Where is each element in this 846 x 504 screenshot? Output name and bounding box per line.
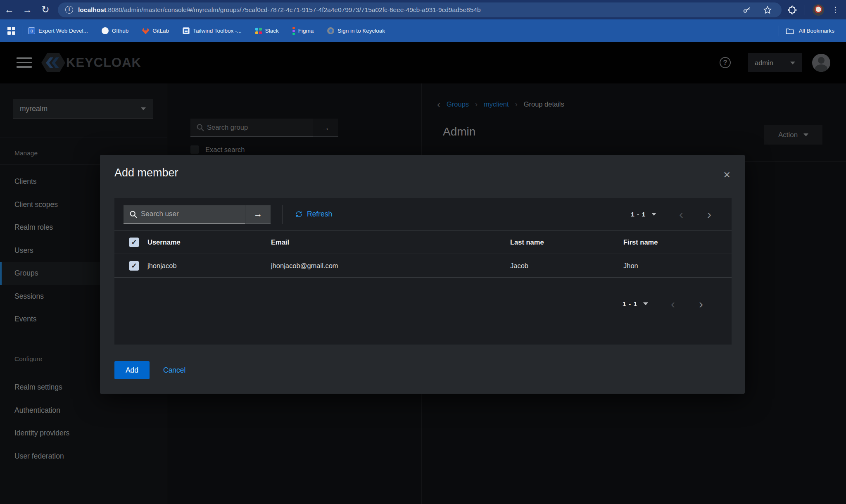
user-search: →	[124, 205, 271, 223]
column-header-email[interactable]: Email	[271, 238, 510, 246]
pagination-menu-icon[interactable]	[651, 213, 656, 216]
modal-table-panel: → Refresh 1 - 1 ‹	[114, 198, 732, 345]
slack-favicon	[255, 28, 262, 34]
bookmark-expert-web-dev[interactable]: ⟨⟩ Expert Web Devel...	[28, 27, 88, 34]
close-icon[interactable]: ✕	[723, 170, 731, 181]
keycloak-favicon	[327, 27, 334, 34]
search-icon	[129, 210, 138, 219]
pagination-bottom: 1 - 1 ‹ ›	[114, 278, 732, 330]
screen: ← → ↻ i localhost:8080/admin/master/cons…	[0, 0, 846, 504]
bookmark-tailwind-toolbox[interactable]: Tailwind Toolbox -...	[183, 27, 242, 34]
pagination-top: 1 - 1 ‹ ›	[631, 209, 714, 219]
column-header-first-name[interactable]: First name	[623, 238, 732, 246]
modal-title: Add member	[114, 166, 178, 179]
figma-favicon	[292, 27, 295, 35]
browser-menu-icon[interactable]: ⋮	[832, 5, 839, 14]
url-text[interactable]: localhost:8080/admin/master/console/#/my…	[78, 6, 481, 14]
bookmark-keycloak[interactable]: Sign in to Keycloak	[327, 27, 385, 34]
bookmark-star-icon[interactable]	[763, 5, 772, 15]
toolbar-separator	[805, 5, 805, 15]
search-user-submit-button[interactable]: →	[245, 205, 271, 223]
row-checkbox[interactable]: ✓	[129, 261, 139, 271]
browser-profile-avatar[interactable]	[813, 4, 824, 16]
password-key-icon[interactable]	[742, 5, 752, 15]
cancel-button[interactable]: Cancel	[163, 366, 185, 375]
column-header-last-name[interactable]: Last name	[510, 238, 623, 246]
reload-icon[interactable]: ↻	[36, 4, 55, 15]
chevron-left-icon[interactable]: ‹	[668, 299, 678, 309]
bookmark-slack[interactable]: Slack	[255, 28, 279, 34]
site-info-icon[interactable]: i	[65, 6, 73, 14]
refresh-button[interactable]: Refresh	[295, 210, 332, 219]
divider	[283, 205, 283, 224]
cell-first-name: Jhon	[623, 262, 732, 270]
apps-grid-icon[interactable]	[7, 27, 15, 35]
bookmarks-separator	[22, 26, 22, 36]
expert-web-dev-favicon: ⟨⟩	[28, 27, 35, 34]
gitlab-favicon	[142, 28, 149, 34]
pagination-range: 1 - 1	[631, 211, 646, 218]
table-header-row: ✓ Username Email Last name First name	[114, 231, 732, 254]
chevron-left-icon[interactable]: ‹	[676, 209, 686, 219]
folder-icon	[786, 27, 794, 35]
keycloak-app: KEYCLOAK ? admin myrealm Manage Clients …	[0, 42, 846, 504]
pagination-menu-icon[interactable]	[643, 302, 648, 305]
modal-footer: Add Cancel	[114, 361, 185, 379]
browser-toolbar: ← → ↻ i localhost:8080/admin/master/cons…	[0, 0, 846, 19]
sync-icon	[295, 210, 303, 218]
add-member-modal: Add member ✕ →	[100, 155, 745, 394]
bookmark-figma[interactable]: Figma	[292, 27, 314, 35]
back-icon[interactable]: ←	[0, 4, 18, 15]
all-bookmarks[interactable]: All Bookmarks	[779, 26, 846, 36]
address-bar[interactable]: i localhost:8080/admin/master/console/#/…	[58, 2, 782, 17]
cell-username: jhonjacob	[147, 262, 271, 270]
modal-toolbar: → Refresh 1 - 1 ‹	[114, 198, 732, 231]
cell-email: jhonjacob@gmail.com	[271, 262, 510, 270]
column-header-username[interactable]: Username	[147, 238, 271, 246]
bookmark-github[interactable]: GIthub	[102, 27, 129, 34]
extensions-icon[interactable]	[787, 5, 797, 15]
github-favicon	[102, 27, 109, 34]
add-button[interactable]: Add	[114, 361, 150, 379]
bookmark-gitlab[interactable]: GitLab	[142, 28, 169, 34]
table-row[interactable]: ✓ jhonjacob jhonjacob@gmail.com Jacob Jh…	[114, 254, 732, 278]
chevron-right-icon[interactable]: ›	[704, 209, 714, 219]
forward-icon[interactable]: →	[18, 4, 36, 15]
chevron-right-icon[interactable]: ›	[696, 299, 706, 309]
tailwind-toolbox-favicon	[183, 27, 190, 34]
select-all-checkbox[interactable]: ✓	[129, 238, 139, 247]
cell-last-name: Jacob	[510, 262, 623, 270]
search-user-input[interactable]	[124, 205, 245, 223]
bookmarks-bar: ⟨⟩ Expert Web Devel... GIthub GitLab Tai…	[0, 19, 846, 42]
pagination-range: 1 - 1	[623, 300, 637, 308]
